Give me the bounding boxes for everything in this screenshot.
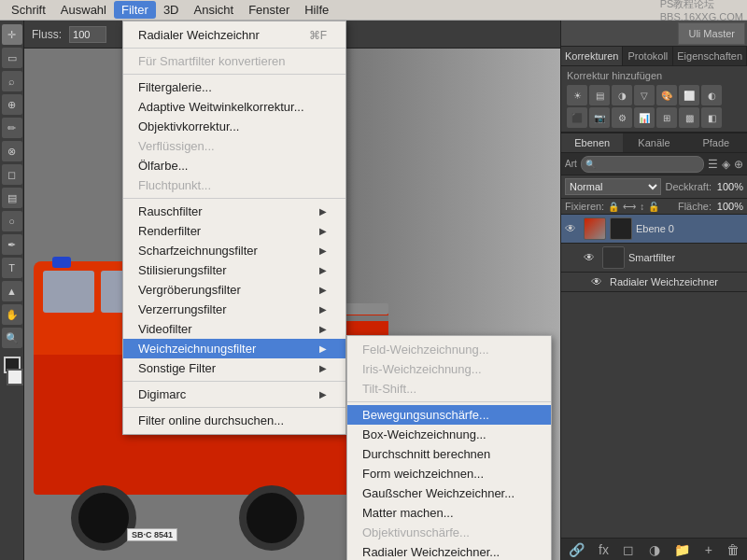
layer-mask-btn[interactable]: ◻ — [623, 542, 634, 557]
filter-fluchtpunkt: Fluchtpunkt... — [123, 175, 345, 195]
text-tool[interactable]: T — [2, 258, 22, 278]
panel-tabs: Korrekturen Protokoll Eigenschaften — [561, 47, 747, 66]
hand-tool[interactable]: ✋ — [2, 304, 22, 325]
zoom-tool[interactable]: 🔍 — [2, 328, 22, 348]
opacity-label: Deckkraft: — [665, 181, 712, 192]
filter-rausch[interactable]: Rauschfilter ▶ — [123, 202, 345, 221]
background-color[interactable] — [7, 369, 23, 385]
tab-ebenen[interactable]: Ebenen — [561, 133, 623, 152]
filter-weitwinkel[interactable]: Adaptive Weitwinkelkorrektur... — [123, 97, 345, 117]
filter-weichzeichnung[interactable]: Weichzeichnungsfilter ▶ — [123, 339, 345, 358]
sub-form[interactable]: Form weichzeichnen... — [347, 464, 551, 483]
adj-curves[interactable]: ◑ — [612, 85, 632, 105]
eraser-tool[interactable]: ◻ — [2, 164, 22, 185]
top-panel-bar: Uli Master — [561, 21, 747, 47]
adj-levels[interactable]: ▤ — [589, 85, 610, 105]
tab-kanale[interactable]: Kanäle — [623, 133, 684, 152]
dropdown-overlay[interactable]: Radialer Weichzeichnr ⌘F Für Smartfilter… — [24, 21, 560, 560]
layer-folder-btn[interactable]: 📁 — [674, 542, 690, 557]
menu-fenster[interactable]: Fenster — [241, 1, 297, 19]
layer-effect-btn[interactable]: fx — [599, 542, 609, 557]
brush-tool[interactable]: ✏ — [2, 118, 22, 138]
menu-filter[interactable]: Filter — [114, 1, 156, 19]
adj-colorbalance[interactable]: ◐ — [701, 85, 722, 105]
dodge-tool[interactable]: ○ — [2, 211, 22, 231]
filter-vergröberung[interactable]: Vergröberungsfilter ▶ — [123, 280, 345, 300]
divider-1 — [123, 48, 345, 49]
filter-verzerrung[interactable]: Verzerrungsfilter ▶ — [123, 300, 345, 319]
left-toolbar: ✛ ▭ ⌕ ⊕ ✏ ⊗ ◻ ▤ ○ ✒ T ▲ ✋ 🔍 — [0, 21, 24, 560]
filter-oelfarbe[interactable]: Ölfarbe... — [123, 156, 345, 175]
crop-tool[interactable]: ⊕ — [2, 94, 22, 115]
sub-radialer[interactable]: Radialer Weichzeichner... — [347, 542, 551, 560]
adj-colorlookup[interactable]: 📊 — [634, 107, 655, 128]
adj-exposure[interactable]: ▽ — [634, 85, 655, 105]
layer-delete-btn[interactable]: 🗑 — [726, 542, 740, 557]
clone-tool[interactable]: ⊗ — [2, 141, 22, 161]
adj-hsl[interactable]: ⬜ — [679, 85, 699, 105]
filter-objektiv[interactable]: Objektivkorrektur... — [123, 117, 345, 136]
eye-icon-smart[interactable]: 👁 — [584, 251, 599, 264]
filter-stilisierung[interactable]: Stilisierungsfilter ▶ — [123, 260, 345, 280]
filter-video[interactable]: Videofilter ▶ — [123, 319, 345, 339]
layer-adjustment-btn[interactable]: ◑ — [649, 542, 660, 557]
lock-icon-2[interactable]: ⟷ — [623, 202, 636, 212]
adj-posterize[interactable]: ▩ — [679, 107, 699, 128]
layer-smartfilter[interactable]: 👁 Smartfilter — [561, 244, 747, 273]
lock-icon-4[interactable]: 🔓 — [648, 202, 659, 212]
filter-scharf[interactable]: Scharfzeichnungsfilter ▶ — [123, 241, 345, 260]
eye-icon-radialer[interactable]: 👁 — [591, 275, 606, 288]
sub-bewegung[interactable]: Bewegungsunschärfe... — [347, 405, 551, 425]
layers-options-icon[interactable]: ◈ — [722, 158, 730, 171]
tab-eigenschaften[interactable]: Eigenschaften — [673, 47, 747, 65]
adj-photofilter[interactable]: 📷 — [589, 107, 610, 128]
pen-tool[interactable]: ✒ — [2, 234, 22, 255]
layers-menu-icon[interactable]: ☰ — [708, 158, 718, 171]
layers-spacer — [561, 292, 747, 538]
move-tool[interactable]: ✛ — [2, 24, 22, 45]
layer-search-container[interactable]: 🔍 — [581, 156, 704, 173]
lasso-tool[interactable]: ⌕ — [2, 71, 22, 91]
adj-blackwhite[interactable]: ⬛ — [567, 107, 587, 128]
tab-pfade[interactable]: Pfade — [685, 133, 747, 152]
menu-schrift[interactable]: Schrift — [4, 1, 53, 19]
tab-korrekturen[interactable]: Korrekturen — [561, 47, 623, 65]
layer-radialer[interactable]: 👁 Radialer Weichzeichner — [561, 273, 747, 292]
uli-master-button[interactable]: Uli Master — [678, 22, 745, 45]
filter-sonstige[interactable]: Sonstige Filter ▶ — [123, 358, 345, 378]
layer-ebene0[interactable]: 👁 Ebene 0 — [561, 215, 747, 244]
layers-bottom: 🔗 fx ◻ ◑ 📁 + 🗑 — [561, 538, 747, 560]
eye-icon-ebene0[interactable]: 👁 — [565, 222, 580, 235]
menu-hilfe[interactable]: Hilfe — [297, 1, 336, 19]
adj-threshold[interactable]: ◧ — [701, 107, 722, 128]
shape-tool[interactable]: ▲ — [2, 281, 22, 301]
adj-brightness[interactable]: ☀ — [567, 85, 587, 105]
filter-render[interactable]: Renderfilter ▶ — [123, 221, 345, 241]
tab-protokoll[interactable]: Protokoll — [623, 47, 673, 65]
gradient-tool[interactable]: ▤ — [2, 188, 22, 208]
lock-icon-3[interactable]: ↕ — [640, 202, 644, 212]
divider-3 — [123, 198, 345, 199]
select-tool[interactable]: ▭ — [2, 48, 22, 68]
adj-invert[interactable]: ⊞ — [656, 107, 677, 128]
layer-add-btn[interactable]: + — [705, 542, 712, 557]
adj-channelmixer[interactable]: ⚙ — [612, 107, 632, 128]
filter-digimarc[interactable]: Digimarc ▶ — [123, 385, 345, 404]
lock-icon-1[interactable]: 🔒 — [608, 202, 619, 212]
filter-online[interactable]: Filter online durchsuchen... — [123, 411, 345, 430]
sub-durchschnitt[interactable]: Durchschnitt berechnen — [347, 444, 551, 464]
sub-box[interactable]: Box-Weichzeichnung... — [347, 425, 551, 444]
filter-radialer[interactable]: Radialer Weichzeichnr ⌘F — [123, 25, 345, 45]
layers-add-icon[interactable]: ⊕ — [734, 158, 743, 171]
menu-auswahl[interactable]: Auswahl — [53, 1, 114, 19]
layer-link-btn[interactable]: 🔗 — [569, 542, 585, 557]
filter-galerie[interactable]: Filtergalerie... — [123, 77, 345, 97]
sub-matter[interactable]: Matter machen... — [347, 503, 551, 523]
blend-mode-select[interactable]: Normal — [565, 178, 661, 195]
menu-3d[interactable]: 3D — [156, 1, 187, 19]
adj-vibrance[interactable]: 🎨 — [656, 85, 677, 105]
opacity-value[interactable]: 100% — [715, 181, 743, 192]
fill-value[interactable]: 100% — [715, 201, 743, 212]
menu-ansicht[interactable]: Ansicht — [187, 1, 242, 19]
sub-gauss[interactable]: Gaußscher Weichzeichner... — [347, 483, 551, 503]
